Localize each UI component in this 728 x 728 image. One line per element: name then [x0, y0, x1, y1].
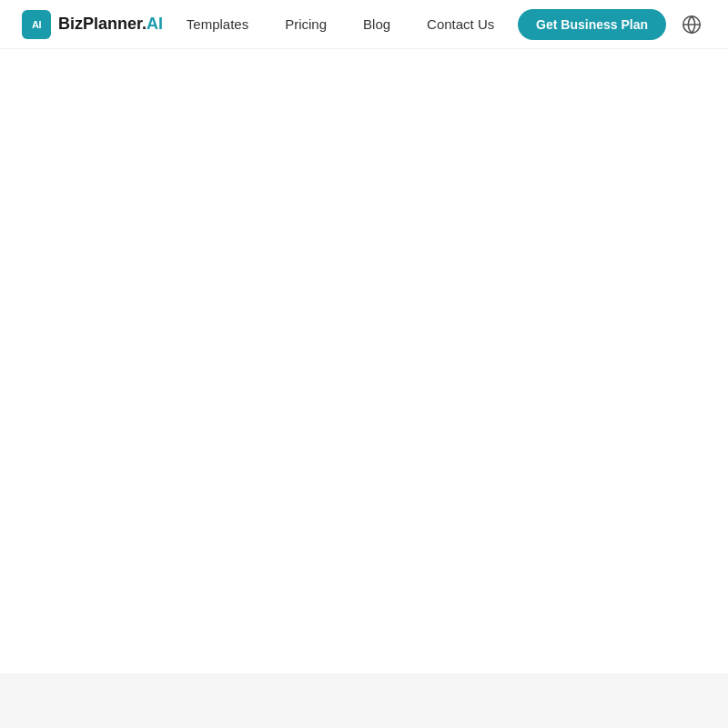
logo-link[interactable]: AI BizPlanner.AI: [22, 10, 163, 39]
logo-icon: AI: [22, 10, 51, 39]
globe-icon[interactable]: [677, 10, 706, 39]
main-nav: Templates Pricing Blog Contact Us: [187, 16, 494, 32]
logo-text: BizPlanner.AI: [58, 15, 163, 34]
cta-button[interactable]: Get Business Plan: [518, 9, 666, 40]
header-actions: Get Business Plan: [518, 9, 706, 40]
nav-item-pricing[interactable]: Pricing: [285, 16, 327, 32]
footer-bar: [0, 673, 728, 728]
nav-item-blog[interactable]: Blog: [363, 16, 390, 32]
nav-item-templates[interactable]: Templates: [187, 16, 248, 32]
main-content: [0, 49, 728, 673]
nav-item-contact[interactable]: Contact Us: [427, 16, 494, 32]
site-header: AI BizPlanner.AI Templates Pricing Blog …: [0, 0, 728, 49]
